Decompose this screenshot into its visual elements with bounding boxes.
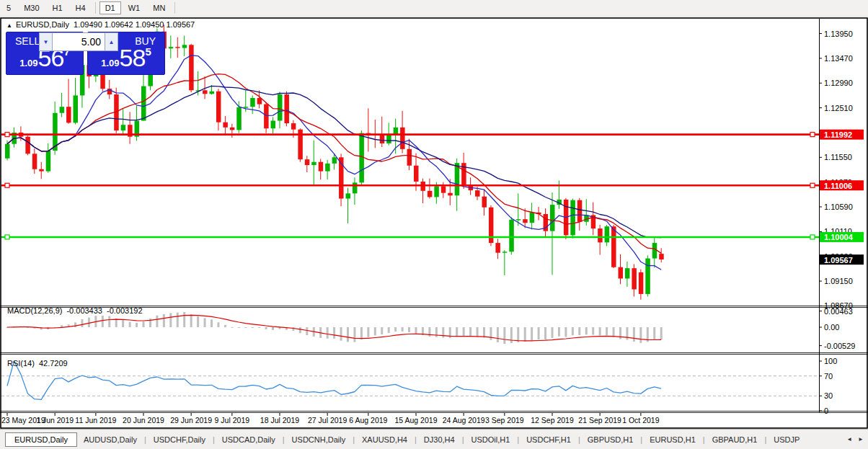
- buy-price-main: 58: [120, 44, 146, 71]
- macd-bar: [408, 327, 410, 332]
- line-drag-handle[interactable]: [810, 183, 815, 187]
- chart-tab-dj30-h4[interactable]: DJ30,H4: [417, 433, 461, 446]
- macd-bar: [497, 327, 499, 342]
- date-axis-label: 9 Jul 2019: [215, 416, 250, 424]
- toolbar-separator: [174, 2, 175, 14]
- macd-bar: [258, 327, 260, 328]
- macd-bar: [503, 327, 505, 344]
- price-tag-label: 1.11992: [824, 130, 852, 139]
- macd-bar: [299, 327, 301, 333]
- candle-body: [210, 92, 215, 94]
- macd-bar: [517, 327, 519, 342]
- macd-bar: [374, 327, 376, 335]
- macd-bar: [558, 327, 560, 337]
- macd-bar: [572, 327, 574, 335]
- line-drag-handle[interactable]: [810, 133, 815, 137]
- candle-body: [414, 166, 419, 182]
- candle-body: [39, 169, 44, 172]
- line-drag-handle[interactable]: [5, 183, 9, 187]
- candle-body: [509, 220, 514, 252]
- chart-tab-eurusd-h1[interactable]: EURUSD,H1: [643, 433, 702, 446]
- date-axis-label: 21 Sep 2019: [578, 416, 621, 424]
- macd-bar: [483, 327, 485, 338]
- line-drag-handle[interactable]: [810, 235, 815, 239]
- macd-bar: [333, 327, 335, 339]
- candle-body: [550, 205, 555, 231]
- timeframe-button-mn[interactable]: MN: [147, 1, 171, 14]
- candle-body: [611, 226, 616, 267]
- timeframe-button-w1[interactable]: W1: [123, 1, 146, 14]
- date-axis-label: 12 Sep 2019: [531, 416, 574, 424]
- chart-tab-audusd-daily[interactable]: AUDUSD,Daily: [77, 433, 143, 446]
- macd-bar: [265, 327, 267, 329]
- candle-body: [428, 191, 433, 197]
- timeframe-button-5[interactable]: 5: [1, 1, 17, 14]
- rsi-name: RSI(14): [7, 359, 35, 368]
- candle-body: [645, 259, 650, 294]
- macd-bar: [524, 327, 526, 342]
- price-axis-label: 1.10590: [824, 203, 853, 211]
- candle-body: [380, 135, 385, 143]
- chart-tab-usdoil-h1[interactable]: USDOil,H1: [465, 433, 517, 446]
- candle-body: [632, 268, 637, 289]
- timeframe-button-h1[interactable]: H1: [47, 1, 68, 14]
- timeframe-button-m30[interactable]: M30: [18, 1, 45, 14]
- macd-bar: [129, 322, 131, 327]
- price-axis-label: 1.13950: [824, 30, 853, 38]
- candle-body: [189, 45, 194, 90]
- buy-price-sup: 5: [145, 45, 151, 58]
- candle-body: [516, 219, 521, 220]
- chart-tab-xauusd-h4[interactable]: XAUUSD,H4: [355, 433, 414, 446]
- candle-body: [66, 107, 71, 123]
- candle-body: [141, 86, 146, 121]
- macd-bar: [88, 318, 90, 327]
- chart-canvas[interactable]: 1.139501.134701.129901.125101.120301.115…: [0, 17, 868, 429]
- candle-body: [639, 272, 644, 294]
- chart-tab-gbpusd-h1[interactable]: GBPUSD,H1: [581, 433, 640, 446]
- price-axis-label: 1.09150: [824, 277, 853, 285]
- chart-tab-usdchf-h1[interactable]: USDCHF,H1: [520, 433, 577, 446]
- candle-body: [652, 243, 657, 258]
- date-axis-label: 15 Aug 2019: [395, 416, 438, 424]
- macd-bar: [231, 327, 233, 328]
- macd-bar: [402, 327, 404, 332]
- price-tag-label: 1.11006: [824, 182, 852, 190]
- sell-price-prefix: 1.09: [19, 58, 37, 68]
- tab-scroll-left-icon[interactable]: ◄: [846, 436, 852, 443]
- chart-tab-gbpaud-h1[interactable]: GBPAUD,H1: [706, 433, 764, 446]
- candle-body: [319, 162, 324, 172]
- line-drag-handle[interactable]: [5, 133, 9, 137]
- chart-window-border: [1, 18, 867, 428]
- candle-body: [530, 213, 535, 223]
- volume-input[interactable]: 5.00: [53, 32, 105, 51]
- macd-bar: [177, 313, 179, 327]
- line-drag-handle[interactable]: [5, 235, 9, 239]
- macd-bar: [538, 327, 540, 339]
- chart-tab-usdcnh-daily[interactable]: USDCNH,Daily: [285, 433, 353, 446]
- timeframe-button-h4[interactable]: H4: [70, 1, 92, 14]
- candle-body: [250, 98, 255, 107]
- volume-increase-button[interactable]: ▲: [105, 32, 118, 51]
- timeframe-button-d1[interactable]: D1: [99, 1, 121, 14]
- candle-body: [625, 268, 630, 278]
- chart-tab-usdcad-daily[interactable]: USDCAD,Daily: [216, 433, 282, 446]
- macd-bar: [122, 320, 124, 327]
- macd-bar: [292, 327, 294, 331]
- macd-bar: [477, 327, 479, 337]
- chart-tab-usdjp[interactable]: USDJP: [767, 433, 806, 446]
- rsi-line: [7, 361, 661, 399]
- candle-body: [244, 107, 249, 107]
- chart-tab-eurusd-daily[interactable]: EURUSD,Daily: [5, 432, 77, 447]
- macd-bar: [204, 318, 206, 327]
- chart-tab-usdchf-daily[interactable]: USDCHF,Daily: [147, 433, 212, 446]
- macd-bar: [490, 327, 492, 340]
- macd-bar: [217, 322, 219, 327]
- macd-bar: [224, 325, 226, 327]
- candle-body: [60, 107, 65, 113]
- tab-scroll-right-icon[interactable]: ►: [858, 436, 864, 443]
- candle-body: [182, 45, 187, 48]
- macd-bar: [244, 327, 247, 328]
- tab-scroll-arrows: ◄►: [846, 436, 868, 443]
- collapse-icon[interactable]: ▲: [6, 22, 12, 29]
- volume-decrease-button[interactable]: ▼: [39, 32, 53, 51]
